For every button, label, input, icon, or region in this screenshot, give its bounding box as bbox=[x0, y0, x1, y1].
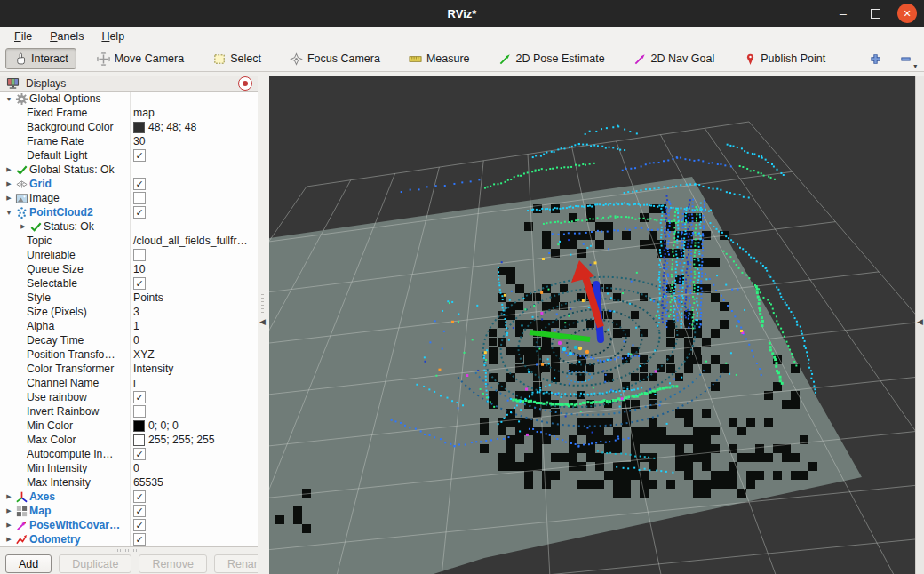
left-panel-splitter[interactable]: ◀ bbox=[258, 76, 269, 574]
row-value[interactable]: 1 bbox=[130, 320, 258, 332]
checkbox[interactable] bbox=[133, 249, 146, 261]
property-row[interactable]: Fixed Framemap bbox=[0, 106, 258, 120]
row-value[interactable]: ✓ bbox=[130, 178, 258, 190]
display-row[interactable]: ▼PointCloud2✓ bbox=[0, 205, 258, 219]
property-row[interactable]: Size (Pixels)3 bbox=[0, 305, 258, 319]
property-row[interactable]: Decay Time0 bbox=[0, 333, 258, 347]
expand-arrow-icon[interactable]: ▶ bbox=[4, 536, 14, 543]
expand-arrow-icon[interactable]: ▶ bbox=[4, 166, 14, 173]
checkbox[interactable]: ✓ bbox=[133, 519, 146, 531]
property-row[interactable]: Channel Namei bbox=[0, 376, 258, 390]
row-value[interactable]: XYZ bbox=[130, 348, 258, 361]
property-row[interactable]: Color TransformerIntensity bbox=[0, 362, 258, 376]
property-row[interactable]: StylePoints bbox=[0, 291, 258, 305]
display-row[interactable]: ▼Global Options bbox=[0, 92, 258, 106]
row-value[interactable]: 65535 bbox=[130, 476, 258, 489]
row-value[interactable] bbox=[130, 192, 258, 204]
property-row[interactable]: Frame Rate30 bbox=[0, 134, 258, 148]
row-value[interactable] bbox=[130, 249, 258, 261]
property-row[interactable]: Max Color255; 255; 255 bbox=[0, 433, 258, 447]
row-value[interactable]: ✓ bbox=[130, 391, 258, 403]
row-value[interactable]: ✓ bbox=[130, 505, 258, 517]
display-row[interactable]: ▶Grid✓ bbox=[0, 177, 258, 191]
tool-2d-pose-estimate[interactable]: 2D Pose Estimate bbox=[490, 48, 613, 69]
expand-arrow-icon[interactable]: ▶ bbox=[4, 522, 14, 529]
property-row[interactable]: Topic/cloud_all_fields_fullfr… bbox=[0, 234, 258, 248]
row-value[interactable]: ✓ bbox=[130, 519, 258, 531]
row-value[interactable]: 0 bbox=[130, 334, 258, 347]
toolbar-minus-button[interactable]: ▾ bbox=[894, 49, 917, 68]
expand-arrow-icon[interactable]: ▼ bbox=[4, 96, 14, 102]
row-value[interactable]: Intensity bbox=[130, 363, 258, 375]
row-value[interactable]: 48; 48; 48 bbox=[130, 121, 258, 133]
display-row[interactable]: ▶Axes✓ bbox=[0, 490, 258, 504]
menu-item-panels[interactable]: Panels bbox=[43, 28, 91, 44]
row-value[interactable]: ✓ bbox=[130, 277, 258, 290]
row-value[interactable]: map bbox=[130, 107, 258, 119]
checkbox[interactable]: ✓ bbox=[133, 277, 146, 290]
row-value[interactable]: 0 bbox=[130, 462, 258, 474]
expand-arrow-icon[interactable]: ▶ bbox=[4, 493, 14, 500]
property-row[interactable]: Selectable✓ bbox=[0, 276, 258, 291]
menu-item-help[interactable]: Help bbox=[94, 28, 131, 44]
display-row[interactable]: ▶PoseWithCovar…✓ bbox=[0, 518, 258, 532]
row-value[interactable]: ✓ bbox=[130, 490, 258, 503]
tool-2d-nav-goal[interactable]: 2D Nav Goal bbox=[625, 48, 723, 69]
row-value[interactable]: Points bbox=[130, 291, 258, 304]
checkbox[interactable]: ✓ bbox=[133, 448, 146, 460]
property-row[interactable]: Default Light✓ bbox=[0, 148, 258, 163]
expand-arrow-icon[interactable]: ▶ bbox=[18, 223, 28, 230]
checkbox[interactable] bbox=[133, 192, 146, 204]
add-button[interactable]: Add bbox=[5, 554, 52, 573]
maximize-button[interactable] bbox=[865, 4, 885, 23]
display-row[interactable]: ▶Image bbox=[0, 191, 258, 205]
row-value[interactable]: ✓ bbox=[130, 533, 258, 546]
property-row[interactable]: Position Transfo…XYZ bbox=[0, 347, 258, 362]
checkbox[interactable]: ✓ bbox=[133, 391, 146, 403]
property-row[interactable]: Min Intensity0 bbox=[0, 461, 258, 475]
property-row[interactable]: Queue Size10 bbox=[0, 262, 258, 276]
collapse-right-arrow-icon[interactable]: ◀ bbox=[917, 317, 923, 326]
checkbox[interactable]: ✓ bbox=[133, 206, 146, 219]
close-button[interactable]: ✕ bbox=[897, 4, 917, 23]
checkbox[interactable] bbox=[133, 405, 146, 418]
property-row[interactable]: Alpha1 bbox=[0, 319, 258, 333]
property-row[interactable]: Unreliable bbox=[0, 248, 258, 262]
row-value[interactable]: 0; 0; 0 bbox=[130, 419, 258, 432]
checkbox[interactable]: ✓ bbox=[133, 505, 146, 517]
row-value[interactable]: /cloud_all_fields_fullfr… bbox=[130, 235, 258, 247]
expand-arrow-icon[interactable]: ▶ bbox=[4, 180, 14, 187]
display-row[interactable]: ▶Map✓ bbox=[0, 504, 258, 518]
displays-panel-close-button[interactable] bbox=[238, 76, 252, 91]
tool-focus-camera[interactable]: Focus Camera bbox=[282, 48, 388, 69]
property-row[interactable]: Min Color0; 0; 0 bbox=[0, 419, 258, 433]
property-row[interactable]: Background Color48; 48; 48 bbox=[0, 120, 258, 134]
tool-interact[interactable]: Interact bbox=[5, 48, 76, 69]
row-value[interactable]: 255; 255; 255 bbox=[130, 434, 258, 446]
checkbox[interactable]: ✓ bbox=[133, 490, 146, 503]
row-value[interactable]: 10 bbox=[130, 263, 258, 275]
row-value[interactable]: 30 bbox=[130, 135, 258, 147]
3d-viewport[interactable] bbox=[269, 76, 915, 574]
right-panel-collapsed-strip[interactable]: ◀ bbox=[915, 76, 924, 574]
row-value[interactable]: ✓ bbox=[130, 206, 258, 219]
minimize-button[interactable]: – bbox=[833, 4, 853, 23]
row-value[interactable]: ✓ bbox=[130, 149, 258, 162]
row-value[interactable]: 3 bbox=[130, 306, 258, 318]
tool-measure[interactable]: Measure bbox=[401, 48, 478, 69]
property-row[interactable]: Invert Rainbow bbox=[0, 404, 258, 419]
tool-publish-point[interactable]: Publish Point bbox=[735, 48, 833, 69]
checkbox[interactable]: ✓ bbox=[133, 149, 146, 162]
collapse-left-arrow-icon[interactable]: ◀ bbox=[259, 317, 266, 326]
property-row[interactable]: Max Intensity65535 bbox=[0, 475, 258, 490]
tool-select[interactable]: Select bbox=[204, 48, 269, 69]
3d-scene[interactable] bbox=[269, 76, 915, 574]
row-value[interactable] bbox=[130, 405, 258, 418]
display-row[interactable]: ▶Odometry✓ bbox=[0, 532, 258, 546]
checkbox[interactable]: ✓ bbox=[133, 178, 146, 190]
toolbar-plus-button[interactable] bbox=[864, 49, 887, 68]
display-row[interactable]: ▶Status: Ok bbox=[0, 219, 258, 234]
menu-item-file[interactable]: File bbox=[7, 28, 39, 44]
expand-arrow-icon[interactable]: ▼ bbox=[4, 210, 14, 216]
display-row[interactable]: ▶Global Status: Ok bbox=[0, 163, 258, 177]
